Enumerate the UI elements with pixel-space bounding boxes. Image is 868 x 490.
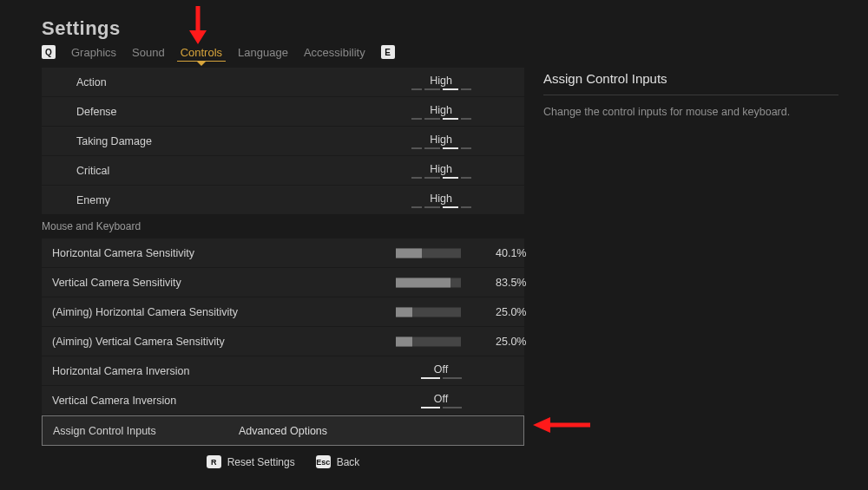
setting-row-defense[interactable]: Defense High: [42, 97, 524, 126]
setting-value: High: [372, 68, 510, 96]
setting-row-horizontal-inversion[interactable]: Horizontal Camera Inversion Off: [42, 356, 524, 385]
tab-next-key[interactable]: E: [381, 45, 395, 59]
slider-track[interactable]: [396, 336, 461, 346]
setting-row-taking-damage[interactable]: Taking Damage High: [42, 127, 524, 155]
setting-label: Critical: [76, 165, 337, 177]
setting-value: Off: [372, 356, 510, 385]
slider-value: 25.0%: [496, 306, 526, 318]
setting-row-aiming-horizontal-sensitivity[interactable]: (Aiming) Horizontal Camera Sensitivity 2…: [42, 297, 524, 326]
setting-row-horizontal-sensitivity[interactable]: Horizontal Camera Sensitivity 40.1%: [42, 238, 524, 267]
detail-heading: Assign Control Inputs: [543, 71, 838, 95]
setting-row-vertical-sensitivity[interactable]: Vertical Camera Sensitivity 83.5%: [42, 268, 524, 297]
setting-value: Off: [372, 386, 510, 415]
setting-label: Action: [76, 76, 337, 88]
setting-label: (Aiming) Vertical Camera Sensitivity: [52, 336, 330, 348]
setting-value: Advanced Options: [43, 425, 523, 437]
svg-marker-1: [189, 30, 207, 44]
setting-value: High: [372, 127, 510, 155]
slider-track[interactable]: [396, 248, 461, 258]
setting-value: High: [372, 97, 510, 126]
setting-label: Horizontal Camera Inversion: [52, 365, 330, 377]
settings-list: Action High Defense High Taking Damage H…: [42, 68, 524, 447]
tab-accessibility[interactable]: Accessibility: [304, 46, 365, 59]
reset-settings-button[interactable]: R Reset Settings: [207, 455, 295, 468]
setting-label: Taking Damage: [76, 135, 337, 147]
slider-value: 83.5%: [496, 277, 526, 289]
setting-row-aiming-vertical-sensitivity[interactable]: (Aiming) Vertical Camera Sensitivity 25.…: [42, 327, 524, 356]
setting-row-vertical-inversion[interactable]: Vertical Camera Inversion Off: [42, 386, 524, 415]
back-key-badge: Esc: [316, 455, 331, 468]
slider-value: 25.0%: [496, 336, 526, 348]
reset-key-badge: R: [207, 455, 221, 468]
setting-label: Vertical Camera Sensitivity: [52, 277, 330, 289]
tab-controls[interactable]: Controls: [181, 46, 222, 59]
setting-label: Horizontal Camera Sensitivity: [52, 247, 330, 259]
setting-row-action[interactable]: Action High: [42, 68, 524, 96]
tab-sound[interactable]: Sound: [132, 46, 165, 59]
footer-bar: R Reset Settings Esc Back: [42, 455, 524, 468]
setting-row-assign-control-inputs[interactable]: Assign Control Inputs Advanced Options: [42, 415, 524, 446]
setting-value: High: [372, 156, 510, 185]
setting-row-critical[interactable]: Critical High: [42, 156, 524, 185]
setting-label: Vertical Camera Inversion: [52, 395, 330, 407]
slider-value: 40.1%: [496, 247, 526, 259]
svg-marker-3: [533, 417, 550, 433]
setting-value: High: [372, 186, 510, 214]
back-label: Back: [337, 456, 360, 468]
tab-prev-key[interactable]: Q: [42, 45, 56, 59]
tab-graphics[interactable]: Graphics: [71, 46, 116, 59]
slider-track[interactable]: [396, 307, 461, 317]
setting-row-enemy[interactable]: Enemy High: [42, 186, 524, 214]
setting-label: (Aiming) Horizontal Camera Sensitivity: [52, 306, 330, 318]
section-mouse-keyboard: Mouse and Keyboard: [42, 215, 524, 238]
setting-label: Enemy: [76, 194, 337, 206]
detail-panel: Assign Control Inputs Change the control…: [543, 71, 838, 118]
detail-description: Change the control inputs for mouse and …: [543, 106, 838, 118]
slider-track[interactable]: [396, 278, 461, 287]
setting-label: Defense: [76, 106, 337, 118]
tab-bar: Q Graphics Sound Controls Language Acces…: [42, 45, 395, 59]
annotation-arrow-down-icon: [186, 4, 210, 46]
reset-label: Reset Settings: [227, 456, 295, 468]
page-title: Settings: [42, 17, 121, 40]
annotation-arrow-left-icon: [531, 415, 592, 435]
tab-language[interactable]: Language: [238, 46, 288, 59]
back-button[interactable]: Esc Back: [316, 455, 360, 468]
